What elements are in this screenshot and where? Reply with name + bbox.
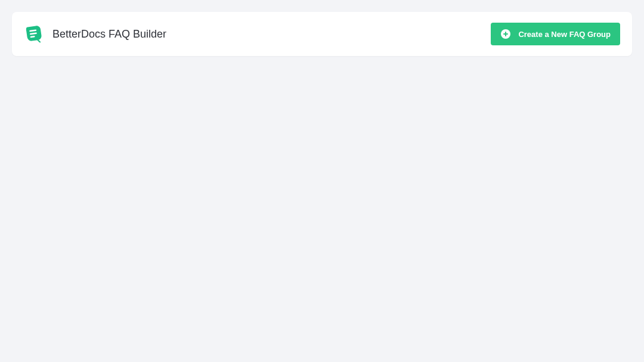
plus-circle-icon bbox=[500, 29, 511, 39]
page-title: BetterDocs FAQ Builder bbox=[52, 28, 166, 41]
title-section: BetterDocs FAQ Builder bbox=[24, 24, 166, 44]
create-button-label: Create a New FAQ Group bbox=[518, 30, 611, 39]
svg-rect-5 bbox=[505, 32, 506, 36]
betterdocs-logo-icon bbox=[24, 24, 44, 44]
header-bar: BetterDocs FAQ Builder Create a New FAQ … bbox=[12, 12, 632, 56]
create-faq-group-button[interactable]: Create a New FAQ Group bbox=[491, 23, 620, 45]
